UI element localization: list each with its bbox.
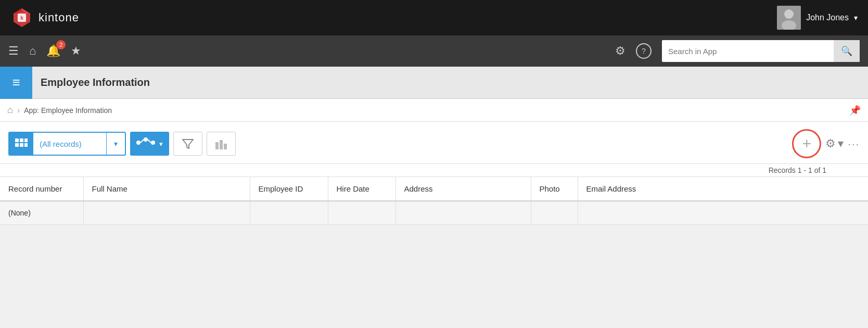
- table-settings-dropdown-icon: ▾: [838, 137, 844, 150]
- svg-rect-9: [20, 138, 23, 142]
- svg-rect-8: [15, 138, 19, 142]
- svg-line-15: [141, 140, 144, 143]
- breadcrumb-bar: ⌂ › App: Employee Information 📌: [0, 99, 868, 122]
- search-input[interactable]: [662, 47, 834, 56]
- pin-icon[interactable]: 📌: [849, 105, 861, 116]
- svg-rect-22: [224, 144, 227, 149]
- breadcrumb-text: App: Employee Information: [24, 106, 112, 115]
- menu-icon[interactable]: ☰: [8, 44, 19, 58]
- cell-photo: [531, 201, 578, 225]
- svg-text:k: k: [20, 15, 24, 21]
- logo-text: kintone: [39, 11, 79, 24]
- favorites-icon[interactable]: ★: [71, 44, 81, 58]
- table-settings-button[interactable]: ⚙ ▾: [825, 137, 844, 150]
- user-name-label: John Jones: [806, 13, 849, 22]
- logo-area: k kintone: [10, 6, 777, 29]
- process-button[interactable]: ▾: [130, 132, 169, 156]
- table-header-row: Record number Full Name Employee ID Hire…: [0, 177, 868, 201]
- breadcrumb-home-icon[interactable]: ⌂: [7, 105, 13, 116]
- process-flow-icon: [136, 136, 155, 152]
- table-settings-icon: ⚙: [825, 137, 836, 150]
- notifications-icon[interactable]: 🔔 2: [46, 44, 60, 58]
- process-dropdown-icon: ▾: [159, 140, 163, 148]
- col-header-photo: Photo: [531, 177, 578, 201]
- cell-email-address: [578, 201, 868, 225]
- svg-line-17: [148, 140, 151, 143]
- search-button[interactable]: 🔍: [834, 40, 860, 62]
- cell-record-number: (None): [0, 201, 83, 225]
- cell-hire-date: [328, 201, 395, 225]
- app-title-bar: ≡ Employee Information: [0, 67, 868, 99]
- secondary-nav-bar: ☰ ⌂ 🔔 2 ★ ⚙ ? 🔍: [0, 35, 868, 67]
- svg-rect-20: [215, 142, 219, 149]
- cell-employee-id: [250, 201, 328, 225]
- app-list-icon-button[interactable]: ≡: [0, 67, 32, 99]
- search-area: 🔍: [662, 40, 860, 62]
- records-count-bar: Records 1 - 1 of 1: [0, 164, 868, 177]
- flow-icon-svg: [136, 136, 155, 149]
- svg-point-16: [144, 137, 148, 142]
- view-dropdown-button[interactable]: ▾: [106, 132, 125, 156]
- col-header-email-address: Email Address: [578, 177, 868, 201]
- filter-icon: [182, 138, 194, 149]
- add-record-button[interactable]: +: [792, 129, 821, 158]
- settings-icon[interactable]: ⚙: [615, 44, 626, 58]
- svg-rect-21: [220, 140, 223, 149]
- notification-badge: 2: [56, 40, 66, 49]
- col-header-full-name: Full Name: [83, 177, 250, 201]
- svg-point-18: [151, 141, 155, 145]
- col-header-hire-date: Hire Date: [328, 177, 395, 201]
- svg-point-14: [136, 141, 141, 145]
- grid-view-icon: [15, 138, 28, 149]
- cell-address: [395, 201, 531, 225]
- cell-full-name: [83, 201, 250, 225]
- svg-rect-11: [15, 143, 19, 147]
- app-title: Employee Information: [32, 77, 150, 89]
- svg-marker-19: [183, 140, 193, 148]
- home-icon[interactable]: ⌂: [29, 44, 36, 58]
- graph-icon: [214, 138, 228, 149]
- view-icon-button[interactable]: [9, 132, 33, 156]
- svg-point-6: [784, 9, 794, 19]
- col-header-record-number: Record number: [0, 177, 83, 201]
- filter-button[interactable]: [173, 132, 202, 156]
- table-row: (None): [0, 201, 868, 225]
- svg-rect-10: [24, 138, 28, 142]
- view-label: (All records): [33, 140, 106, 148]
- user-area: John Jones ▾: [777, 6, 858, 30]
- svg-rect-12: [20, 143, 23, 147]
- user-dropdown-chevron[interactable]: ▾: [854, 14, 858, 22]
- user-avatar: [777, 6, 801, 30]
- col-header-address: Address: [395, 177, 531, 201]
- more-options-button[interactable]: ···: [848, 138, 860, 150]
- breadcrumb-separator: ›: [17, 106, 20, 115]
- graph-button[interactable]: [207, 132, 236, 156]
- col-header-employee-id: Employee ID: [250, 177, 328, 201]
- toolbar-area: (All records) ▾ ▾ + ⚙ ▾: [0, 122, 868, 164]
- records-table: Record number Full Name Employee ID Hire…: [0, 177, 868, 225]
- svg-rect-13: [24, 143, 28, 147]
- kintone-logo-icon: k: [10, 6, 33, 29]
- top-nav-bar: k kintone John Jones ▾: [0, 0, 868, 35]
- records-count-text: Records 1 - 1 of 1: [769, 166, 826, 174]
- view-selector: (All records) ▾: [8, 132, 126, 156]
- help-icon[interactable]: ?: [636, 43, 652, 59]
